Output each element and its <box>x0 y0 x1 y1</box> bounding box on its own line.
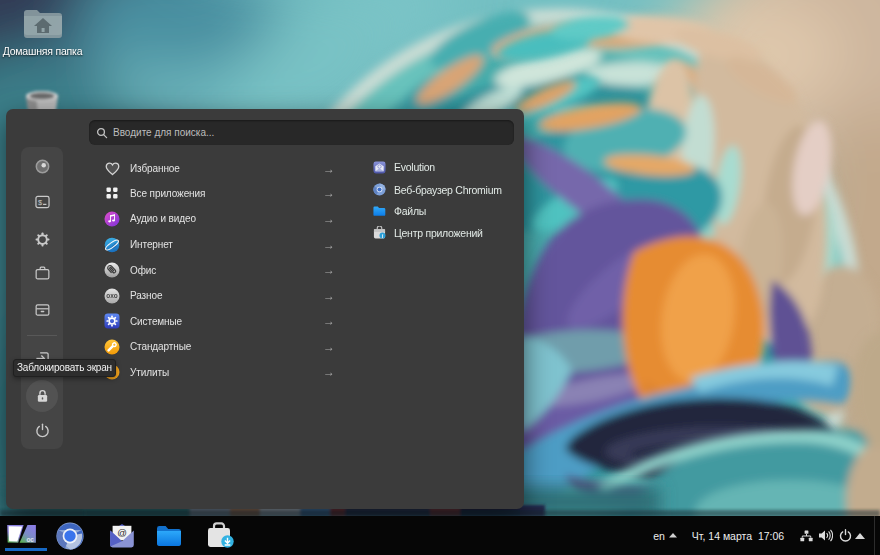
svg-text:oxo: oxo <box>106 292 118 299</box>
svg-text:@: @ <box>117 527 127 538</box>
svg-text:oc: oc <box>26 536 34 543</box>
svg-text:$: $ <box>38 198 43 207</box>
